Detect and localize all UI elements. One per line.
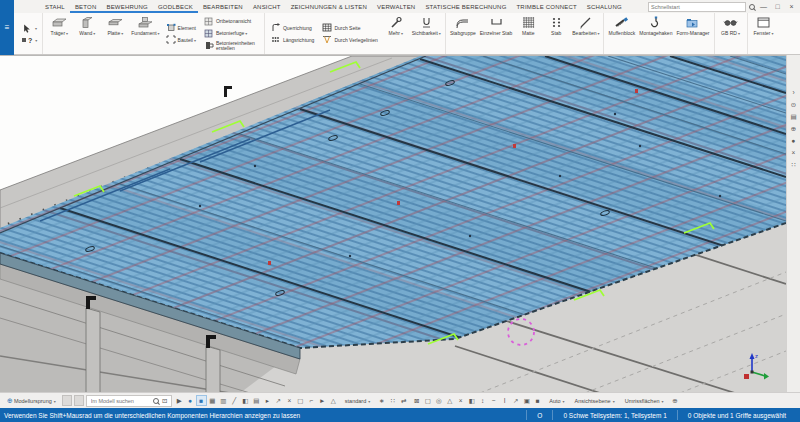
snap-endpoint-icon[interactable]: ▢ [422, 395, 433, 406]
side-pane: › ⊙ ▤ ⊕ ● × ∷ [786, 55, 800, 392]
select-assemblies-switch-icon[interactable]: △ [328, 395, 339, 406]
minimize-button[interactable]: — [758, 1, 769, 13]
gb-rd-button[interactable]: GB RD [717, 14, 745, 53]
list-icon[interactable]: ▤ [790, 113, 796, 120]
snap-points-icon[interactable]: ⊠ [411, 395, 422, 406]
area-select-icon[interactable]: ⊡ [161, 395, 169, 406]
betonierfuge-button[interactable]: Betonierfuge [202, 28, 260, 39]
element-button[interactable]: Element [164, 22, 198, 33]
bauteil-button[interactable]: Bauteil [164, 34, 198, 45]
tab-verwalten[interactable]: VERWALTEN [372, 0, 420, 13]
traeger-button[interactable]: Träger [45, 14, 73, 53]
select-surfaces-switch-icon[interactable]: ▦ [207, 395, 218, 406]
laengsrichtung-button[interactable]: Längsrichtung [269, 34, 316, 45]
select-lines-switch-icon[interactable]: ╱ [229, 395, 240, 406]
select-plane-switch-icon[interactable]: ▤ [251, 395, 262, 406]
select-welds-switch-icon[interactable]: ⌐ [306, 395, 317, 406]
select-cuts-switch-icon[interactable]: × [284, 395, 295, 406]
select-parts-switch-icon[interactable]: ■ [196, 395, 207, 406]
tab-zeichnungen-listen[interactable]: ZEICHNUNGEN & LISTEN [286, 0, 372, 13]
tab-schalung[interactable]: SCHALUNG [582, 0, 627, 13]
select-views-switch-icon[interactable]: ◧ [240, 395, 251, 406]
stabgruppe-button[interactable]: Stabgruppe [448, 14, 478, 53]
inquire-tool-button[interactable]: ? [20, 36, 39, 45]
circle-icon[interactable]: ● [792, 137, 796, 144]
add-view-icon[interactable]: ⊕ [670, 395, 681, 406]
ribbon: ? Träger Wand Platte Fundament [0, 13, 800, 55]
snap-perpendicular-icon[interactable]: ◧ [466, 395, 477, 406]
add-icon[interactable]: ⊕ [791, 125, 796, 132]
close-icon[interactable]: × [792, 149, 796, 156]
model-search-input[interactable] [89, 397, 151, 405]
snap-center-icon[interactable]: ◎ [433, 395, 444, 406]
cursor-icon [22, 24, 32, 33]
model-origin-dropdown[interactable]: ⊕ Modellursprung [3, 395, 60, 407]
model-viewport[interactable]: z [0, 55, 786, 393]
svg-text:z: z [755, 353, 758, 359]
snap-grid-icon[interactable]: ▣ [521, 395, 532, 406]
bearbeiten-button[interactable]: Bearbeiten [570, 14, 601, 53]
form-manager-button[interactable]: Form-Manager [674, 14, 711, 53]
mehr-button[interactable]: Mehr [382, 14, 410, 53]
tab-bewehrung[interactable]: BEWEHRUNG [101, 0, 152, 13]
fenster-button[interactable]: Fenster [750, 14, 778, 53]
view-plane-dropdown[interactable]: Ansichtsebene [571, 396, 619, 406]
select-grid-switch-icon[interactable]: ▥ [218, 395, 229, 406]
tab-godlbeck[interactable]: GODLBECK [153, 0, 198, 13]
tab-trimble-connect[interactable]: TRIMBLE CONNECT [512, 0, 582, 13]
target-icon[interactable]: ⊙ [791, 101, 796, 108]
settings-icon[interactable]: ∗ [376, 395, 387, 406]
sichtbarkeit-button[interactable]: Sichtbarkeit [410, 14, 443, 53]
querrichtung-button[interactable]: Querrichtung [269, 22, 316, 33]
select-tool-button[interactable] [20, 23, 39, 34]
selection-filter-dropdown[interactable]: standard [341, 396, 374, 406]
quick-launch-input[interactable] [648, 2, 746, 12]
status-message: Verwenden Sie Shift+Mausrad um die unter… [4, 412, 526, 419]
durch-verlegelinien-button[interactable]: Durch Verlegelinien [320, 34, 379, 45]
select-loads-switch-icon[interactable]: ↗ [273, 395, 284, 406]
fundament-button[interactable]: Fundament [129, 14, 161, 53]
mid-switches: ∗ ∷ ⇄ [376, 395, 409, 406]
close-button[interactable]: × [786, 1, 797, 13]
swap-icon[interactable]: ⇄ [398, 395, 409, 406]
select-all-switch-icon[interactable]: ▶ [174, 395, 185, 406]
outline-surfaces-dropdown[interactable]: Umrissflächen [621, 396, 668, 406]
betoniereinheiten-button[interactable]: Betoniereinheiten erstellen [202, 40, 260, 52]
snap-line-icon[interactable]: I [499, 395, 510, 406]
grid-dots-icon[interactable]: ∷ [791, 161, 795, 168]
snap-any-icon[interactable]: ■ [532, 395, 543, 406]
stab-button[interactable]: Stab [542, 14, 570, 53]
status-center-indicator: O [526, 410, 552, 420]
tab-ansicht[interactable]: ANSICHT [248, 0, 286, 13]
snap-extension-icon[interactable]: ↕ [477, 395, 488, 406]
select-bolts-switch-icon[interactable]: ▢ [295, 395, 306, 406]
montagehaken-button[interactable]: Montagehaken [637, 14, 674, 53]
auto-dropdown[interactable]: Auto [545, 396, 568, 406]
select-points-switch-icon[interactable]: ▸ [262, 395, 273, 406]
snap-nearest-icon[interactable]: ~ [488, 395, 499, 406]
platte-button[interactable]: Platte [101, 14, 129, 53]
durch-seite-button[interactable]: Durch Seite [320, 22, 379, 33]
tab-beton[interactable]: BETON [70, 0, 102, 13]
select-rebar-switch-icon[interactable]: ► [317, 395, 328, 406]
snap-intersection-icon[interactable]: × [455, 395, 466, 406]
search-icon[interactable] [153, 398, 159, 404]
file-menu-button[interactable]: ≡ [0, 0, 14, 55]
einzelner-stab-button[interactable]: Einzelner Stab [478, 14, 515, 53]
drag-drop-icon[interactable]: ∷ [387, 395, 398, 406]
search-icon[interactable] [749, 4, 755, 10]
tab-bearbeiten[interactable]: BEARBEITEN [198, 0, 248, 13]
maximize-button[interactable]: □ [772, 1, 783, 13]
mini-button-2[interactable] [74, 395, 84, 406]
collapse-chevron-icon[interactable]: › [792, 89, 794, 96]
matte-button[interactable]: Matte [514, 14, 542, 53]
tab-statische-berechnung[interactable]: STATISCHE BERECHNUNG [420, 0, 511, 13]
muffenblock-button[interactable]: Muffenblock [606, 14, 637, 53]
wand-button[interactable]: Wand [73, 14, 101, 53]
snap-reference-icon[interactable]: ↗ [510, 395, 521, 406]
ortbetonansicht-button[interactable]: Ortbetonansicht [202, 16, 260, 27]
mini-button-1[interactable] [62, 395, 72, 406]
select-components-switch-icon[interactable]: ● [185, 395, 196, 406]
tab-stahl[interactable]: STAHL [40, 0, 70, 13]
snap-midpoint-icon[interactable]: △ [444, 395, 455, 406]
